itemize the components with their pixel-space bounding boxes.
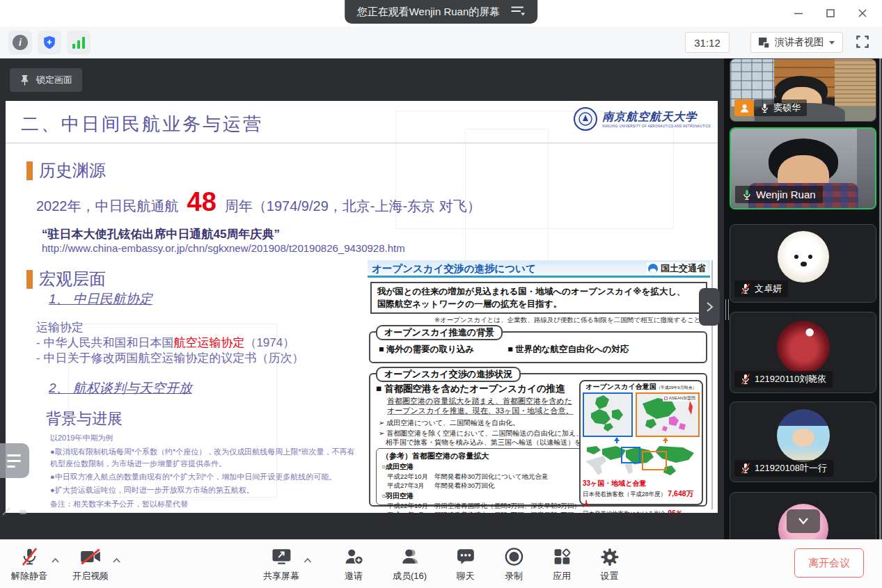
table-row: 平成27年3月年間発着枠30万回化 <box>381 481 582 490</box>
lock-view-button[interactable]: 锁定画面 <box>10 68 82 92</box>
haneda-heading: ○羽田空港 <box>381 491 582 501</box>
mic-muted-icon <box>741 463 750 474</box>
share-options-button[interactable] <box>303 554 312 566</box>
jp-status-body-2: オープンスカイを推進。現在、33ヶ国・地域と合意。 <box>387 406 574 416</box>
section-macro-heading: 宏观层面 <box>39 268 106 290</box>
chevron-up-icon <box>112 557 121 564</box>
narita-heading: ○成田空港 <box>381 462 582 472</box>
anniversary-line: 2022年，中日民航通航 48 周年（1974/9/29，北京-上海-东京 对飞… <box>36 187 481 217</box>
jp-lead-line-1: 我が国との往来の増加が見込まれる国・地域へのオープンスカイ※を拡大し、 <box>377 285 700 298</box>
mic-speaking-icon <box>742 189 752 200</box>
invite-label: 邀请 <box>345 570 363 582</box>
meeting-info-button[interactable]: i <box>8 31 32 54</box>
annotation-tools-button[interactable] <box>0 443 29 478</box>
avatar <box>777 321 830 374</box>
participant-tile[interactable]: 121920108叶一行 <box>730 402 876 482</box>
meeting-toolbar: i 31:12 演讲者视图 <box>0 26 882 58</box>
asean-legend: ASEAN加盟国 <box>663 395 697 402</box>
participant-name: 文卓妍 <box>755 283 782 295</box>
window-titlebar: 您正在观看Wenjin Ruan的屏幕 <box>0 0 882 26</box>
jp-lead-box: 我が国との往来の増加が見込まれる国・地域へのオープンスカイ※を拡大し、 国際航空… <box>370 282 707 314</box>
openskies-map-panel: オープンスカイ合意国（平成29年9月時点） ASEAN加盟国 <box>579 380 703 505</box>
map-title-text: オープンスカイ合意国 <box>585 383 656 390</box>
share-options-menu-icon[interactable] <box>511 6 525 18</box>
settings-button[interactable]: 设置 <box>600 547 619 582</box>
host-badge <box>734 100 754 116</box>
annotation-pen-tools[interactable] <box>1 507 28 516</box>
invite-button[interactable]: 邀请 <box>344 547 363 582</box>
row-desc: 国際線発着枠拡大（昼間6万回、深夜早朝3万回） <box>434 510 581 513</box>
row-date: 平成26年3月 <box>381 510 434 513</box>
map-stat-share-label: 日本発着総旅客数における割合 <box>583 510 666 513</box>
network-status-button[interactable] <box>67 31 90 54</box>
agreement-pre: - 中华人民共和国和日本国 <box>36 336 173 349</box>
chat-button[interactable]: 聊天 <box>456 547 475 582</box>
avatar <box>777 409 830 462</box>
map-title-note: （平成29年9月時点） <box>656 386 697 390</box>
list-icon <box>7 460 21 462</box>
jp-status-body-1: 首都圏空港の容量拡大を踏まえ、首都圏空港を含めた <box>387 396 572 406</box>
person-icon <box>739 103 750 113</box>
jp-status-box: オープンスカイ交渉の進捗状況 ■ 首都圏空港を含めたオープンスカイの推進 首都圏… <box>369 373 707 507</box>
members-button[interactable]: 成员(16) <box>393 547 427 582</box>
participant-tile[interactable]: 窦硕华 <box>730 58 876 122</box>
unmute-button[interactable]: 解除静音 <box>11 547 47 582</box>
participants-sidebar: 窦硕华 Wenjin Ruan <box>724 58 882 539</box>
pin-icon <box>19 74 30 86</box>
asia-map: ASEAN加盟国 <box>636 392 700 437</box>
start-video-button[interactable]: 开启视频 <box>72 547 109 582</box>
sidebar-resize-handle[interactable] <box>725 299 729 320</box>
scroll-participants-button[interactable] <box>787 509 820 533</box>
leave-meeting-button[interactable]: 离开会议 <box>794 548 864 578</box>
participant-tile[interactable] <box>730 492 876 539</box>
jp-status-bullet-2a: ➢ 首都圏空港を除く空港において、二国間輸送の自由化に加え、 <box>379 429 583 438</box>
university-name: 南京航空航天大学 <box>602 110 711 125</box>
share-screen-button[interactable]: 共享屏幕 <box>263 547 299 582</box>
fullscreen-icon <box>855 34 870 49</box>
share-screen-label: 共享屏幕 <box>263 570 299 582</box>
chevron-up-icon <box>303 557 312 564</box>
close-icon[interactable] <box>849 3 876 24</box>
table-row: 平成22年10月年間発着枠30万回化について地元合意 <box>381 472 582 481</box>
view-mode-label: 演讲者视图 <box>775 36 824 49</box>
section-macro: 宏观层面 <box>26 268 106 290</box>
participant-tile[interactable]: 121920110刘晓依 <box>730 312 876 393</box>
view-mode-button[interactable]: 演讲者视图 <box>750 32 843 53</box>
hide-sidebar-button[interactable] <box>699 288 720 326</box>
avatar <box>778 231 829 283</box>
jp-status-subheading: ■ 首都圏空港を含めたオープンスカイの推進 <box>376 383 565 395</box>
agreement-line-2: - 中日关于修改两国航空运输协定的议定书（历次） <box>36 350 304 366</box>
maximize-icon[interactable] <box>817 3 844 24</box>
asean-legend-swatch <box>664 397 668 400</box>
title-divider <box>6 143 718 143</box>
video-options-button[interactable] <box>112 554 121 566</box>
jp-reference-heading: （参考）首都圏空港の容量拡大 <box>381 451 582 461</box>
progress-bullet-1: ●取消现有限制机场每周*个系数（约*个座位），改为仅成田航线每周上限*班次量，不… <box>50 446 359 469</box>
meeting-timer: 31:12 <box>685 32 730 53</box>
record-button[interactable]: 录制 <box>504 547 523 582</box>
jp-doc-titlebar: オープンスカイ交渉の進捗について 国土交通省 <box>368 260 710 278</box>
macro-item-2: 2、 航权谈判与天空开放 <box>49 379 192 397</box>
start-video-label: 开启视频 <box>72 570 109 582</box>
minimize-icon[interactable] <box>785 3 812 24</box>
video-background <box>835 59 876 111</box>
unmute-label: 解除静音 <box>11 570 47 582</box>
shield-plus-icon <box>42 35 57 50</box>
row-date: 平成22年10月 <box>381 472 434 481</box>
security-button[interactable] <box>38 31 61 54</box>
gear-icon <box>600 548 619 566</box>
progress-heading: 背景与进展 <box>46 408 123 429</box>
watching-banner: 您正在观看Wenjin Ruan的屏幕 <box>345 0 538 24</box>
participant-tile[interactable]: 文卓妍 <box>730 224 876 303</box>
progress-bullet-3: ●扩大货运载运吨位，同时进一步开放双方市场的第五航权。 <box>50 484 359 496</box>
sidebar-scrollbar[interactable] <box>879 58 881 539</box>
macro-item-1: 1、 中日民航协定 <box>49 290 152 308</box>
jp-background-item-1: ■ 海外の需要の取り込み <box>379 344 474 356</box>
section-history-heading: 历史渊源 <box>39 159 106 182</box>
row-desc: 年間発着枠30万回化について地元合意 <box>434 472 548 481</box>
apps-button[interactable]: 应用 <box>553 547 571 582</box>
audio-options-button[interactable] <box>51 554 60 566</box>
row-date: 平成27年3月 <box>381 481 434 490</box>
participant-tile-active-speaker[interactable]: Wenjin Ruan <box>730 127 876 209</box>
fullscreen-button[interactable] <box>855 34 872 51</box>
